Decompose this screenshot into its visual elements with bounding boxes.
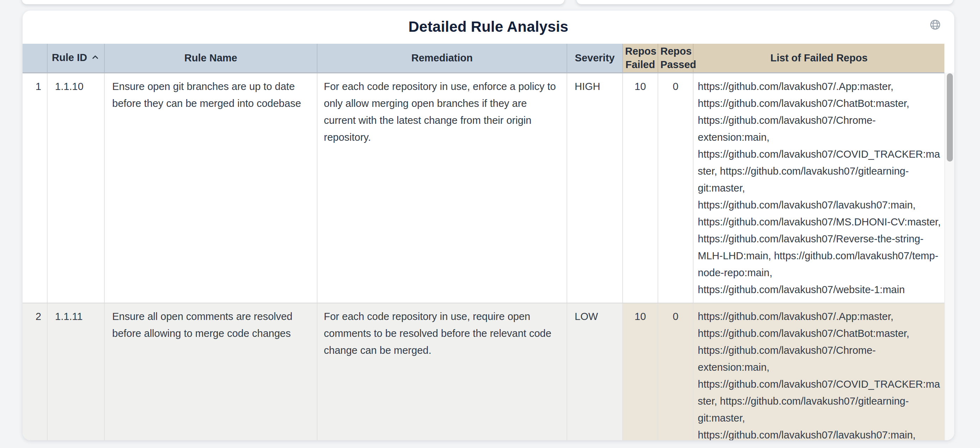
cell-rule-name: Ensure open git branches are up to date … xyxy=(104,73,317,303)
top-card-left xyxy=(22,0,565,4)
sort-ascending-icon[interactable] xyxy=(91,51,100,65)
cell-rule-id: 1.1.11 xyxy=(47,303,104,441)
globe-icon[interactable] xyxy=(928,17,942,32)
header-repos-passed[interactable]: Repos Passed xyxy=(658,44,693,73)
table-header-row: Rule ID Rule Name Remediation Severity R… xyxy=(22,44,944,73)
cell-repos-failed: 10 xyxy=(623,73,658,303)
rules-table: Rule ID Rule Name Remediation Severity R… xyxy=(22,44,944,440)
header-rule-id[interactable]: Rule ID xyxy=(47,44,104,73)
cell-repos-passed: 0 xyxy=(658,303,693,441)
cell-severity: HIGH xyxy=(567,73,623,303)
cell-severity: LOW xyxy=(567,303,623,441)
cell-rule-name: Ensure all open comments are resolved be… xyxy=(104,303,317,441)
cell-repos-failed: 10 xyxy=(623,303,658,441)
globe-icon-glyph xyxy=(929,19,941,31)
page-title: Detailed Rule Analysis xyxy=(22,18,954,35)
header-severity[interactable]: Severity xyxy=(567,44,623,73)
top-card-right xyxy=(576,0,953,4)
header-repos-failed[interactable]: Repos Failed xyxy=(623,44,658,73)
detailed-rule-analysis-card: Detailed Rule Analysis Rule ID Rule Name… xyxy=(22,11,954,440)
header-rule-id-label: Rule ID xyxy=(52,52,87,63)
cell-remediation: For each code repository in use, require… xyxy=(317,303,567,441)
cell-row-number: 2 xyxy=(22,303,47,441)
scrollbar-thumb[interactable] xyxy=(947,73,953,162)
cell-repos-passed: 0 xyxy=(658,73,693,303)
cell-remediation: For each code repository in use, enforce… xyxy=(317,73,567,303)
header-failed-repos-list[interactable]: List of Failed Repos xyxy=(693,44,944,73)
table-row: 1 1.1.10 Ensure open git branches are up… xyxy=(22,73,944,303)
cell-failed-repos-list: https://github.com/lavakush07/.App:maste… xyxy=(693,303,944,441)
cell-row-number: 1 xyxy=(22,73,47,303)
table-row: 2 1.1.11 Ensure all open comments are re… xyxy=(22,303,944,441)
cell-failed-repos-list: https://github.com/lavakush07/.App:maste… xyxy=(693,73,944,303)
header-rule-name[interactable]: Rule Name xyxy=(104,44,317,73)
header-index[interactable] xyxy=(22,44,47,73)
cell-rule-id: 1.1.10 xyxy=(47,73,104,303)
vertical-scrollbar[interactable] xyxy=(944,73,954,440)
header-remediation[interactable]: Remediation xyxy=(317,44,567,73)
